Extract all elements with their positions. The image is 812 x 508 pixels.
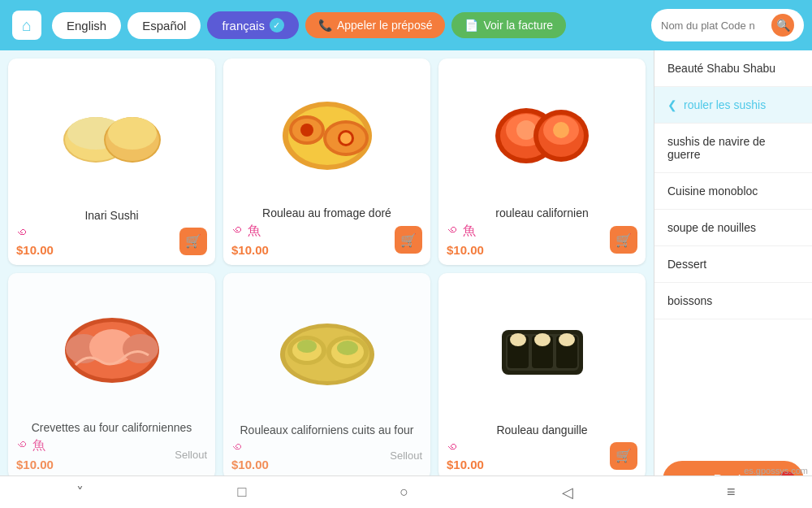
search-box: 🔍 xyxy=(651,9,804,41)
svg-point-41 xyxy=(510,333,526,346)
lang-english-button[interactable]: English xyxy=(52,12,121,39)
svg-point-42 xyxy=(534,333,551,346)
cart-icon: 🛒 xyxy=(400,232,417,248)
invoice-btn-label: Voir la facture xyxy=(483,19,553,32)
bottom-nav-item-2[interactable]: ○ xyxy=(391,480,417,504)
svg-point-10 xyxy=(300,124,313,137)
lang-francais-label: français xyxy=(222,19,265,33)
product-footer-p5: ꩜$10.00Sellout xyxy=(231,440,422,471)
product-footer-p4: ꩜魚$10.00Sellout xyxy=(16,437,207,471)
product-image-p1 xyxy=(16,67,207,204)
sellout-label-p4: Sellout xyxy=(175,449,207,461)
add-to-cart-p2[interactable]: 🛒 xyxy=(395,226,422,254)
call-btn-label: Appeler le préposé xyxy=(337,19,433,32)
home-button[interactable]: ⌂ xyxy=(8,7,45,44)
product-icons-p5: ꩜ xyxy=(231,440,269,454)
svg-point-27 xyxy=(123,334,158,363)
product-icon-p4-0: ꩜ xyxy=(16,437,29,454)
product-price-p6: $10.00 xyxy=(447,458,484,471)
product-icon-p5-0: ꩜ xyxy=(231,440,244,454)
sidebar-item-rouler-sushis[interactable]: ❮rouler les sushis xyxy=(654,87,812,124)
search-input[interactable] xyxy=(661,20,767,32)
phone-icon: 📞 xyxy=(318,19,332,32)
bottom-nav-item-0[interactable]: ˅ xyxy=(68,480,92,505)
check-icon: ✓ xyxy=(270,18,284,33)
product-card-p6: Rouleau danguille꩜$10.00🛒 xyxy=(438,273,646,480)
sidebar-item-label: soupe de nouilles xyxy=(667,221,756,234)
svg-point-14 xyxy=(340,132,352,144)
home-icon: ⌂ xyxy=(12,11,41,40)
add-to-cart-p1[interactable]: 🛒 xyxy=(179,228,207,255)
product-icon-p3-1: 魚 xyxy=(463,223,476,240)
lang-espanol-label: Español xyxy=(142,19,186,33)
product-name-p1: Inari Sushi xyxy=(16,209,207,222)
product-icon-p3-0: ꩜ xyxy=(447,223,460,240)
product-icons-p4: ꩜魚 xyxy=(16,437,54,454)
product-image-p6 xyxy=(447,281,637,419)
product-footer-p3: ꩜魚$10.00🛒 xyxy=(447,223,637,257)
product-name-p4: Crevettes au four californiennes xyxy=(16,421,207,434)
product-card-p3: rouleau californien꩜魚$10.00🛒 xyxy=(438,59,646,265)
sidebar-item-label: boissons xyxy=(667,294,712,307)
svg-point-5 xyxy=(108,117,157,150)
product-card-p2: Rouleau au fromage doré꩜魚$10.00🛒 xyxy=(223,59,430,265)
lang-francais-button[interactable]: français ✓ xyxy=(207,11,299,39)
lang-espanol-button[interactable]: Español xyxy=(127,12,201,39)
product-price-p2: $10.00 xyxy=(231,243,269,257)
product-image-p4 xyxy=(16,281,207,416)
sidebar-item-soupe-nouilles[interactable]: soupe de nouilles xyxy=(654,210,812,246)
sidebar-item-cuisine-monobloc[interactable]: Cuisine monobloc xyxy=(654,173,812,210)
lang-english-label: English xyxy=(67,19,106,33)
sellout-label-p5: Sellout xyxy=(390,449,422,462)
cart-icon: 🛒 xyxy=(615,232,632,248)
product-icons-p2: ꩜魚 xyxy=(231,223,269,240)
sidebar-item-label: rouler les sushis xyxy=(684,98,766,111)
product-price-p5: $10.00 xyxy=(231,458,269,471)
product-icons-p6: ꩜ xyxy=(447,440,484,454)
product-icon-p2-1: 魚 xyxy=(248,223,261,240)
product-price-p3: $10.00 xyxy=(447,243,484,257)
product-price-p4: $10.00 xyxy=(16,458,54,471)
product-card-p1: Inari Sushi꩜$10.00🛒 xyxy=(8,59,215,265)
product-footer-p2: ꩜魚$10.00🛒 xyxy=(231,223,422,257)
add-to-cart-p6[interactable]: 🛒 xyxy=(610,442,637,470)
sidebar-item-label: Dessert xyxy=(667,258,706,271)
svg-point-18 xyxy=(516,120,536,140)
product-image-p5 xyxy=(231,281,422,419)
invoice-button[interactable]: 📄 Voir la facture xyxy=(451,12,566,38)
sidebar-item-dessert[interactable]: Dessert xyxy=(654,246,812,283)
add-to-cart-p3[interactable]: 🛒 xyxy=(610,226,637,254)
product-icon-p6-0: ꩜ xyxy=(447,440,460,454)
product-card-p4: Crevettes au four californiennes꩜魚$10.00… xyxy=(8,273,215,480)
watermark: es.gpossys.com xyxy=(744,466,808,475)
svg-point-22 xyxy=(553,122,569,138)
sidebar-item-label: Beauté Shabu Shabu xyxy=(667,62,775,75)
main-content: Inari Sushi꩜$10.00🛒 Rouleau au fromage d… xyxy=(0,50,812,508)
product-card-p5: Rouleaux californiens cuits au four꩜$10.… xyxy=(223,273,430,480)
product-name-p6: Rouleau danguille xyxy=(447,423,637,436)
search-button[interactable]: 🔍 xyxy=(771,14,794,37)
product-name-p2: Rouleau au fromage doré xyxy=(231,206,422,219)
sidebar-item-label: Cuisine monobloc xyxy=(667,185,758,198)
cart-icon: 🛒 xyxy=(615,448,632,463)
bottom-nav-item-3[interactable]: ◁ xyxy=(554,480,581,505)
bottom-nav: ˅□○◁≡ xyxy=(0,475,812,508)
bottom-nav-item-4[interactable]: ≡ xyxy=(719,480,744,504)
svg-point-43 xyxy=(559,333,575,346)
sidebar-item-beaute-shabu[interactable]: Beauté Shabu Shabu xyxy=(654,50,812,87)
bottom-nav-item-1[interactable]: □ xyxy=(229,480,254,504)
sidebar-item-sushis-navire[interactable]: sushis de navire de guerre xyxy=(654,124,812,173)
sidebar-arrow-icon: ❮ xyxy=(667,98,677,111)
product-name-p5: Rouleaux californiens cuits au four xyxy=(231,423,422,436)
product-name-p3: rouleau californien xyxy=(447,206,637,219)
cart-icon: 🛒 xyxy=(185,233,201,249)
product-grid: Inari Sushi꩜$10.00🛒 Rouleau au fromage d… xyxy=(0,50,654,488)
product-icon-p2-0: ꩜ xyxy=(231,223,244,240)
search-icon: 🔍 xyxy=(776,19,790,32)
product-footer-p6: ꩜$10.00🛒 xyxy=(447,440,637,471)
call-waiter-button[interactable]: 📞 Appeler le préposé xyxy=(305,12,446,38)
product-image-p2 xyxy=(231,67,422,202)
invoice-icon: 📄 xyxy=(464,19,478,32)
sidebar-item-label: sushis de navire de guerre xyxy=(667,135,799,161)
sidebar-item-boissons[interactable]: boissons xyxy=(654,283,812,319)
